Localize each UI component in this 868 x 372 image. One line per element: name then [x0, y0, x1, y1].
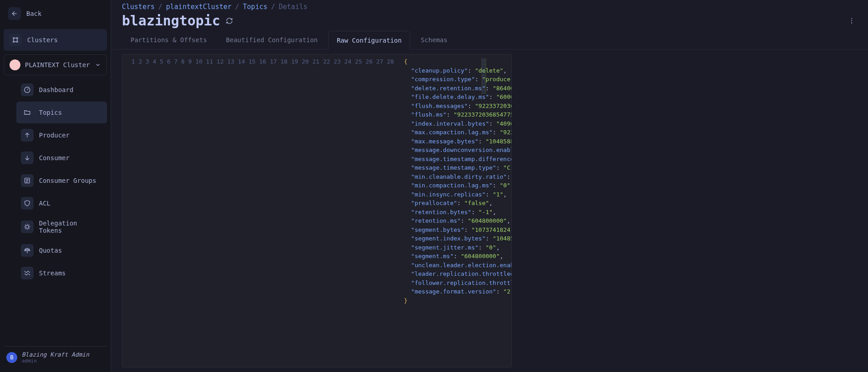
main: Clusters / plaintextCluster / Topics / D…: [111, 0, 868, 372]
streams-icon: [21, 267, 34, 279]
upload-icon: [21, 129, 34, 142]
code-content: { "cleanup.policy": "delete", "compressi…: [399, 54, 512, 367]
user-block[interactable]: Blazing Kraft Admin admin: [22, 351, 89, 364]
svg-point-8: [851, 20, 852, 21]
sidebar-item-quotas[interactable]: Quotas: [16, 240, 107, 261]
sidebar-item-streams[interactable]: Streams: [16, 262, 107, 284]
breadcrumb-sep: /: [158, 3, 162, 11]
breadcrumb-current: Details: [279, 3, 307, 11]
topbar: Clusters / plaintextCluster / Topics / D…: [111, 0, 868, 11]
breadcrumb-topics[interactable]: Topics: [243, 3, 267, 11]
shield-icon: [21, 197, 34, 210]
avatar[interactable]: B: [6, 352, 17, 363]
tab-label: Partitions & Offsets: [131, 36, 207, 44]
sidebar-item-label: Topics: [39, 109, 62, 116]
svg-point-0: [13, 38, 15, 39]
svg-point-6: [26, 225, 29, 229]
breadcrumb-cluster[interactable]: plaintextCluster: [166, 3, 232, 11]
avatar-initial: B: [10, 354, 13, 361]
sidebar: Back Clusters PLAINTEXT Cluster Dashboar…: [0, 0, 111, 372]
cluster-selector[interactable]: PLAINTEXT Cluster: [4, 54, 107, 75]
sidebar-item-consumer-groups[interactable]: Consumer Groups: [16, 170, 107, 191]
folder-icon: [21, 106, 34, 119]
svg-point-7: [851, 18, 852, 19]
tab-label: Raw Configuration: [337, 37, 402, 44]
tab-beautified-config[interactable]: Beautified Configuration: [218, 30, 326, 49]
tab-schemas[interactable]: Schemas: [412, 30, 456, 49]
code-editor[interactable]: 1 2 3 4 5 6 7 8 9 10 11 12 13 14 15 16 1…: [122, 54, 512, 367]
breadcrumb: Clusters / plaintextCluster / Topics / D…: [122, 3, 857, 11]
sidebar-footer: B Blazing Kraft Admin admin: [4, 346, 107, 368]
breadcrumb-clusters[interactable]: Clusters: [122, 3, 155, 11]
sidebar-item-producer[interactable]: Producer: [16, 124, 107, 146]
tab-label: Beautified Configuration: [226, 36, 318, 44]
sidebar-item-consumer[interactable]: Consumer: [16, 147, 107, 169]
sidebar-item-label: Producer: [39, 132, 69, 139]
chevron-down-icon: [95, 62, 101, 68]
tabs: Partitions & Offsets Beautified Configur…: [111, 30, 868, 49]
title-row: blazingtopic: [111, 11, 868, 30]
sidebar-item-label: Delegation Tokens: [39, 220, 102, 234]
kebab-menu-icon[interactable]: [848, 17, 857, 24]
back-button[interactable]: Back: [4, 4, 107, 24]
refresh-icon[interactable]: [226, 17, 233, 24]
sidebar-item-label: Dashboard: [39, 86, 73, 93]
cluster-color-dot: [10, 59, 20, 70]
user-name: Blazing Kraft Admin: [22, 351, 89, 358]
sidebar-item-clusters[interactable]: Clusters: [4, 29, 107, 51]
svg-point-9: [851, 22, 852, 23]
sidebar-item-topics[interactable]: Topics: [16, 102, 107, 123]
sidebar-item-delegation-tokens[interactable]: Delegation Tokens: [16, 215, 107, 239]
scale-icon: [21, 244, 34, 257]
svg-point-3: [17, 41, 18, 43]
svg-point-1: [17, 38, 18, 39]
back-arrow-icon: [8, 7, 21, 20]
line-gutter: 1 2 3 4 5 6 7 8 9 10 11 12 13 14 15 16 1…: [122, 54, 399, 367]
back-label: Back: [26, 10, 42, 17]
page-title: blazingtopic: [122, 13, 220, 29]
svg-point-2: [13, 41, 15, 43]
sidebar-item-label: Consumer: [39, 154, 69, 162]
user-role: admin: [22, 358, 89, 364]
token-icon: [21, 220, 34, 233]
download-icon: [21, 152, 34, 164]
tab-raw-config[interactable]: Raw Configuration: [328, 31, 410, 49]
breadcrumb-sep: /: [235, 3, 239, 11]
sidebar-item-dashboard[interactable]: Dashboard: [16, 79, 107, 101]
sidebar-item-label: Quotas: [39, 247, 62, 254]
gauge-icon: [21, 83, 34, 96]
breadcrumb-sep: /: [271, 3, 275, 11]
sidebar-item-acl[interactable]: ACL: [16, 192, 107, 214]
clusters-icon: [9, 34, 22, 46]
cluster-select-label: PLAINTEXT Cluster: [25, 61, 90, 69]
sidebar-subnav: Dashboard Topics Producer Consumer Consu…: [4, 79, 107, 284]
sidebar-item-label: Streams: [39, 269, 66, 277]
sidebar-item-label: ACL: [39, 200, 50, 207]
clusters-label: Clusters: [27, 36, 58, 44]
sidebar-item-label: Consumer Groups: [39, 177, 96, 184]
tab-label: Schemas: [421, 36, 447, 44]
tab-partitions[interactable]: Partitions & Offsets: [122, 30, 216, 49]
editor-wrap: 1 2 3 4 5 6 7 8 9 10 11 12 13 14 15 16 1…: [122, 54, 857, 367]
list-icon: [21, 174, 34, 187]
